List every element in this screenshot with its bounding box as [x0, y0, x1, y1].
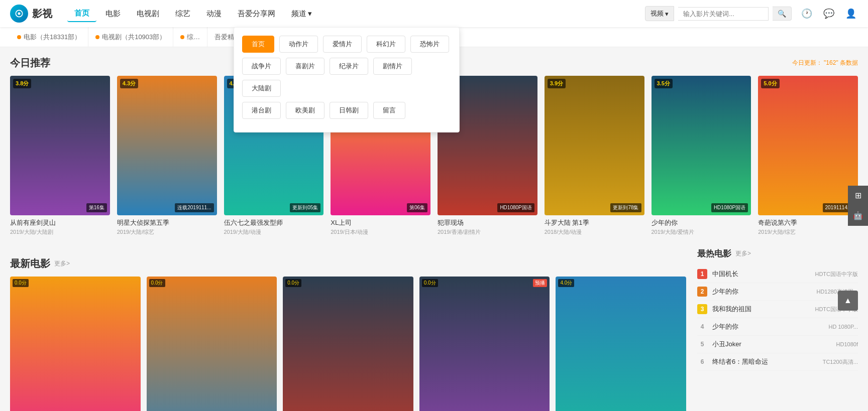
cat-tv[interactable]: 电视剧（共10903部）: [88, 27, 173, 47]
latest-title-row: 最新电影 更多>: [10, 257, 70, 270]
movie-title: 明星大侦探第五季: [117, 218, 217, 227]
nav: 首页 电影 电视剧 综艺 动漫 吾爱分享网 频道 ▾: [67, 6, 319, 22]
search-type-selector[interactable]: 视频 ▾: [645, 6, 674, 21]
movie-score: 0.0分: [285, 279, 301, 287]
today-movie-card[interactable]: 5.0分 20191114期 奇葩说第六季 2019/大陆/综艺: [758, 76, 858, 236]
hot-movie-title: 少年的你: [712, 322, 823, 331]
dropdown-btn-war[interactable]: 战争片: [242, 58, 281, 75]
movie-badge: 第06集: [407, 203, 427, 212]
hot-movie-item[interactable]: 3 我和我的祖国 HDTC国语中字版: [697, 301, 858, 318]
dropdown-btn-western[interactable]: 欧美剧: [286, 102, 324, 119]
dropdown-btn-romance[interactable]: 爱情片: [323, 36, 362, 53]
movie-meta: 2019/大陆/爱情片: [652, 228, 751, 236]
hot-movie-quality: TC1200高清...: [823, 358, 858, 366]
latest-movie-card[interactable]: 4.0分: [556, 277, 686, 411]
hot-movies-section: 最热电影 更多> 1 中国机长 HDTC国语中字版 2 少年的你 HD1280高…: [697, 248, 858, 411]
movie-score: 0.0分: [13, 279, 29, 287]
movie-badge: 更新到05集: [290, 203, 320, 212]
today-movie-card[interactable]: 3.5分 HD1080P国语 少年的你 2019/大陆/爱情片: [652, 76, 751, 236]
latest-movie-card[interactable]: 0.0分: [283, 277, 413, 411]
scroll-top-button[interactable]: ▲: [838, 291, 858, 311]
hot-rank: 3: [697, 304, 707, 314]
hot-movies-title: 最热电影: [697, 248, 731, 259]
hot-movie-item[interactable]: 6 终结者6：黑暗命运 TC1200高清...: [697, 353, 858, 371]
latest-movie-card[interactable]: 0.0分: [147, 277, 277, 411]
movie-score: 3.9分: [548, 79, 566, 88]
dropdown-btn-horror[interactable]: 恐怖片: [410, 36, 449, 53]
movie-badge: 连载2019111...: [175, 203, 213, 212]
dropdown-btn-documentary[interactable]: 纪录片: [330, 58, 368, 75]
dropdown-btn-message[interactable]: 留言: [373, 102, 405, 119]
dropdown-btn-jpkr[interactable]: 日韩剧: [330, 102, 368, 119]
chevron-down-icon: ▾: [308, 9, 312, 18]
hot-movie-item[interactable]: 1 中国机长 HDTC国语中字版: [697, 265, 858, 283]
hot-rank: 5: [697, 339, 707, 349]
dropdown-btn-mainland[interactable]: 大陆剧: [242, 80, 281, 97]
nav-item-anime[interactable]: 动漫: [199, 6, 229, 22]
sections-row: 最新电影 更多> 0.0分 0.0分 0.0分 0.0分 预播 4.0分: [10, 248, 858, 411]
nav-item-share[interactable]: 吾爱分享网: [231, 6, 282, 22]
hot-movie-item[interactable]: 4 少年的你 HD 1080P...: [697, 318, 858, 336]
hot-movie-item[interactable]: 2 少年的你 HD1280高清图...: [697, 283, 858, 301]
search-icon: 🔍: [778, 10, 786, 18]
movie-score: 0.0分: [149, 279, 165, 287]
cat-dot-variety: [180, 35, 184, 39]
history-icon[interactable]: 🕐: [800, 7, 814, 21]
today-recommend-title: 今日推荐: [10, 56, 50, 70]
logo[interactable]: 影视: [10, 5, 52, 23]
movie-score: 4.0分: [558, 279, 574, 287]
latest-movie-card[interactable]: 0.0分 预播: [419, 277, 550, 411]
today-update-info: 今日更新： "162" 条数据: [792, 59, 858, 67]
hot-movie-title: 少年的你: [712, 287, 811, 296]
messages-icon[interactable]: 💬: [822, 7, 836, 21]
search-input[interactable]: [678, 7, 769, 21]
logo-icon: [10, 5, 28, 23]
movie-title: 斗罗大陆 第1季: [545, 218, 644, 227]
movie-score: 4.3分: [120, 79, 138, 88]
cat-dot-movie: [17, 35, 21, 39]
cat-variety[interactable]: 综…: [173, 27, 207, 47]
nav-item-variety[interactable]: 综艺: [168, 6, 197, 22]
dropdown-btn-home[interactable]: 首页: [242, 36, 274, 53]
cat-movie[interactable]: 电影（共18331部）: [10, 27, 88, 47]
dropdown-menu: 首页 动作片 爱情片 科幻片 恐怖片 战争片 喜剧片 纪录片 剧情片 大陆剧 港…: [234, 27, 460, 132]
hot-movie-title: 中国机长: [712, 269, 810, 279]
latest-header: 最新电影 更多>: [10, 248, 687, 277]
nav-item-home[interactable]: 首页: [67, 6, 96, 22]
android-side-icon[interactable]: 🤖: [848, 206, 868, 226]
nav-item-channels[interactable]: 频道 ▾: [284, 6, 319, 22]
movie-badge: HD1080P国语: [711, 203, 748, 212]
hot-movies-list: 1 中国机长 HDTC国语中字版 2 少年的你 HD1280高清图... 3 我…: [697, 265, 858, 371]
user-icon[interactable]: 👤: [844, 7, 858, 21]
nav-item-movie[interactable]: 电影: [98, 6, 128, 22]
movie-title: XL上司: [331, 218, 430, 227]
movie-score: 0.0分: [422, 279, 438, 287]
nav-item-tv[interactable]: 电视剧: [130, 6, 166, 22]
dropdown-btn-hktw[interactable]: 港台剧: [242, 102, 281, 119]
today-movie-card[interactable]: 4.3分 连载2019111... 明星大侦探第五季 2019/大陆/综艺: [117, 76, 217, 236]
hot-more-link[interactable]: 更多>: [735, 249, 751, 258]
search-area: 视频 ▾ 🔍: [645, 6, 792, 21]
hot-movie-quality: HD1080f: [836, 341, 858, 347]
movie-title: 奇葩说第六季: [758, 218, 858, 227]
hot-movie-item[interactable]: 5 小丑Joker HD1080f: [697, 336, 858, 353]
latest-more-link[interactable]: 更多>: [54, 259, 70, 268]
today-movie-card[interactable]: 3.8分 第16集 从前有座剑灵山 2019/大陆/大陆剧: [10, 76, 110, 236]
dropdown-btn-drama[interactable]: 剧情片: [373, 58, 412, 75]
logo-text: 影视: [32, 7, 52, 21]
movie-badge: 更新到78集: [610, 203, 641, 212]
side-icons: ⊞ 🤖: [848, 186, 868, 226]
dropdown-btn-scifi[interactable]: 科幻片: [367, 36, 405, 53]
hot-rank: 1: [697, 269, 707, 279]
cat-dot-tv: [95, 35, 99, 39]
today-movie-card[interactable]: 3.9分 更新到78集 斗罗大陆 第1季 2018/大陆/动漫: [545, 76, 644, 236]
dropdown-btn-action[interactable]: 动作片: [279, 36, 318, 53]
movie-title: 伍六七之最强发型师: [224, 218, 324, 227]
header: 影视 首页 电影 电视剧 综艺 动漫 吾爱分享网 频道 ▾ 视频 ▾ 🔍 🕐 💬…: [0, 0, 868, 27]
search-button[interactable]: 🔍: [773, 7, 792, 21]
dropdown-row-1: 首页 动作片 爱情片 科幻片 恐怖片: [242, 36, 451, 53]
latest-movie-card[interactable]: 0.0分: [10, 277, 141, 411]
grid-side-icon[interactable]: ⊞: [848, 186, 868, 206]
dropdown-btn-comedy[interactable]: 喜剧片: [286, 58, 324, 75]
latest-movies-grid: 0.0分 0.0分 0.0分 0.0分 预播 4.0分 0.0分: [10, 277, 687, 411]
